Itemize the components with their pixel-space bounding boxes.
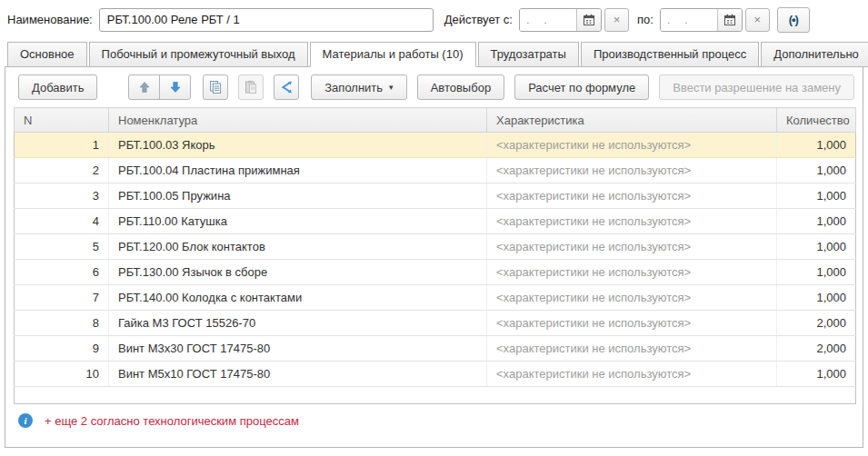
tab-materials-and-works[interactable]: Материалы и работы (10) bbox=[310, 42, 476, 67]
cell-nomenclature[interactable]: Винт М5х10 ГОСТ 17475-80 bbox=[109, 362, 487, 387]
column-header-n[interactable]: N bbox=[15, 108, 109, 133]
cell-quantity[interactable]: 1,000 bbox=[777, 209, 856, 234]
date-to-input[interactable] bbox=[661, 9, 717, 31]
cell-nomenclature[interactable]: РБТ.120.00 Блок контактов bbox=[109, 234, 487, 260]
table-row[interactable]: 5 РБТ.120.00 Блок контактов <характерист… bbox=[15, 234, 856, 260]
tab-additional[interactable]: Дополнительно bbox=[761, 42, 868, 67]
toolbar: Добавить bbox=[5, 67, 863, 104]
date-to-clear-button[interactable]: × bbox=[745, 8, 770, 32]
chevron-down-icon: ▾ bbox=[389, 83, 394, 92]
formula-calc-button[interactable]: Расчет по формуле bbox=[514, 74, 649, 100]
cell-nomenclature[interactable]: РБТ.100.05 Пружина bbox=[109, 183, 487, 209]
cell-characteristic[interactable]: <характеристики не используются> bbox=[487, 234, 777, 260]
move-buttons-group bbox=[128, 74, 191, 100]
cell-nomenclature[interactable]: Винт М3х30 ГОСТ 17475-80 bbox=[109, 336, 487, 362]
cell-quantity[interactable]: 1,000 bbox=[777, 183, 856, 209]
cell-quantity[interactable]: 2,000 bbox=[777, 336, 856, 362]
name-input[interactable] bbox=[99, 8, 434, 32]
tech-process-note[interactable]: + еще 2 согласно технологическим процесс… bbox=[45, 414, 299, 428]
date-from-input[interactable] bbox=[520, 9, 576, 31]
column-header-characteristic[interactable]: Характеристика bbox=[487, 108, 777, 133]
paste-button[interactable] bbox=[238, 74, 264, 100]
cell-nomenclature[interactable]: РБТ.110.00 Катушка bbox=[109, 209, 487, 234]
cell-n[interactable]: 3 bbox=[15, 183, 109, 209]
cell-n[interactable]: 5 bbox=[15, 234, 109, 260]
cell-characteristic[interactable]: <характеристики не используются> bbox=[487, 285, 777, 311]
move-up-button[interactable] bbox=[128, 74, 160, 100]
date-to-group bbox=[660, 8, 743, 32]
table-row[interactable]: 8 Гайка М3 ГОСТ 15526-70 <характеристики… bbox=[15, 311, 856, 336]
table-row[interactable]: 9 Винт М3х30 ГОСТ 17475-80 <характеристи… bbox=[15, 336, 856, 362]
cell-nomenclature[interactable]: Гайка М3 ГОСТ 15526-70 bbox=[109, 311, 487, 336]
cell-quantity[interactable]: 1,000 bbox=[777, 260, 856, 285]
cell-characteristic[interactable]: <характеристики не используются> bbox=[487, 311, 777, 336]
fill-button[interactable]: Заполнить ▾ bbox=[311, 74, 406, 100]
cell-quantity[interactable]: 2,000 bbox=[777, 311, 856, 336]
date-from-clear-button[interactable]: × bbox=[604, 8, 629, 32]
cell-characteristic[interactable]: <характеристики не используются> bbox=[487, 209, 777, 234]
autoselect-button[interactable]: Автовыбор bbox=[417, 74, 505, 100]
tab-production-process[interactable]: Производственный процесс bbox=[581, 42, 759, 67]
calendar-button[interactable] bbox=[717, 9, 742, 31]
name-label: Наименование: bbox=[7, 13, 93, 26]
cell-quantity[interactable]: 1,000 bbox=[777, 133, 856, 158]
calendar-icon bbox=[583, 14, 595, 26]
cell-nomenclature[interactable]: РБТ.130.00 Язычок в сборе bbox=[109, 260, 487, 285]
cell-n[interactable]: 9 bbox=[15, 336, 109, 362]
history-icon: (•) bbox=[789, 13, 798, 26]
table-row[interactable]: 7 РБТ.140.00 Колодка с контактами <харак… bbox=[15, 285, 856, 311]
tab-byproduct-output[interactable]: Побочный и промежуточный выход bbox=[89, 42, 308, 67]
table-empty-area bbox=[15, 387, 856, 404]
cell-n[interactable]: 10 bbox=[15, 362, 109, 387]
copy-button[interactable] bbox=[203, 74, 228, 100]
header-bar: Наименование: Действует с: × по: bbox=[0, 0, 868, 33]
cell-n[interactable]: 6 bbox=[15, 260, 109, 285]
cell-characteristic[interactable]: <характеристики не используются> bbox=[487, 362, 777, 387]
table-row[interactable]: 10 Винт М5х10 ГОСТ 17475-80 <характерист… bbox=[15, 362, 856, 387]
table-header-row: N Номенклатура Характеристика Количество bbox=[15, 108, 856, 133]
cell-n[interactable]: 2 bbox=[15, 158, 109, 183]
footer-note-bar: i + еще 2 согласно технологическим проце… bbox=[5, 404, 863, 428]
table-row[interactable]: 3 РБТ.100.05 Пружина <характеристики не … bbox=[15, 183, 856, 209]
history-button[interactable]: (•) bbox=[777, 7, 810, 33]
cell-characteristic[interactable]: <характеристики не используются> bbox=[487, 183, 777, 209]
cell-characteristic[interactable]: <характеристики не используются> bbox=[487, 158, 777, 183]
clear-icon: × bbox=[614, 13, 621, 26]
tab-strip: Основное Побочный и промежуточный выход … bbox=[5, 42, 863, 66]
date-from-group bbox=[519, 8, 602, 32]
split-arrows-button[interactable] bbox=[274, 74, 299, 100]
cell-characteristic[interactable]: <характеристики не используются> bbox=[487, 133, 777, 158]
tab-labor-costs[interactable]: Трудозатраты bbox=[478, 42, 579, 67]
calendar-button[interactable] bbox=[576, 9, 601, 31]
table-row[interactable]: 1 РБТ.100.03 Якорь <характеристики не ис… bbox=[15, 133, 856, 158]
replace-permission-button[interactable]: Ввести разрешение на замену bbox=[659, 74, 854, 100]
cell-nomenclature[interactable]: РБТ.100.03 Якорь bbox=[109, 133, 487, 158]
cell-quantity[interactable]: 1,000 bbox=[777, 234, 856, 260]
move-down-button[interactable] bbox=[159, 74, 191, 100]
cell-quantity[interactable]: 1,000 bbox=[777, 158, 856, 183]
cell-quantity[interactable]: 1,000 bbox=[777, 362, 856, 387]
tab-main[interactable]: Основное bbox=[7, 42, 87, 67]
split-arrows-icon bbox=[279, 80, 294, 94]
calendar-icon bbox=[723, 14, 736, 26]
column-header-quantity[interactable]: Количество bbox=[777, 108, 856, 133]
cell-characteristic[interactable]: <характеристики не используются> bbox=[487, 260, 777, 285]
valid-to-label: по: bbox=[637, 13, 653, 26]
cell-nomenclature[interactable]: РБТ.100.04 Пластина прижимная bbox=[109, 158, 487, 183]
column-header-nomenclature[interactable]: Номенклатура bbox=[109, 108, 487, 133]
table-row[interactable]: 4 РБТ.110.00 Катушка <характеристики не … bbox=[15, 209, 856, 234]
add-button[interactable]: Добавить bbox=[18, 74, 97, 100]
paste-icon bbox=[244, 80, 258, 94]
cell-n[interactable]: 8 bbox=[15, 311, 109, 336]
fill-button-label: Заполнить bbox=[324, 81, 383, 94]
cell-n[interactable]: 7 bbox=[15, 285, 109, 311]
table-row[interactable]: 2 РБТ.100.04 Пластина прижимная <характе… bbox=[15, 158, 856, 183]
copy-icon bbox=[208, 80, 223, 94]
table-row[interactable]: 6 РБТ.130.00 Язычок в сборе <характерист… bbox=[15, 260, 856, 285]
cell-n[interactable]: 1 bbox=[15, 133, 109, 158]
cell-quantity[interactable]: 1,000 bbox=[777, 285, 856, 311]
cell-nomenclature[interactable]: РБТ.140.00 Колодка с контактами bbox=[109, 285, 487, 311]
cell-characteristic[interactable]: <характеристики не используются> bbox=[487, 336, 777, 362]
validity-period-group: Действует с: × по: bbox=[444, 7, 810, 33]
cell-n[interactable]: 4 bbox=[15, 209, 109, 234]
